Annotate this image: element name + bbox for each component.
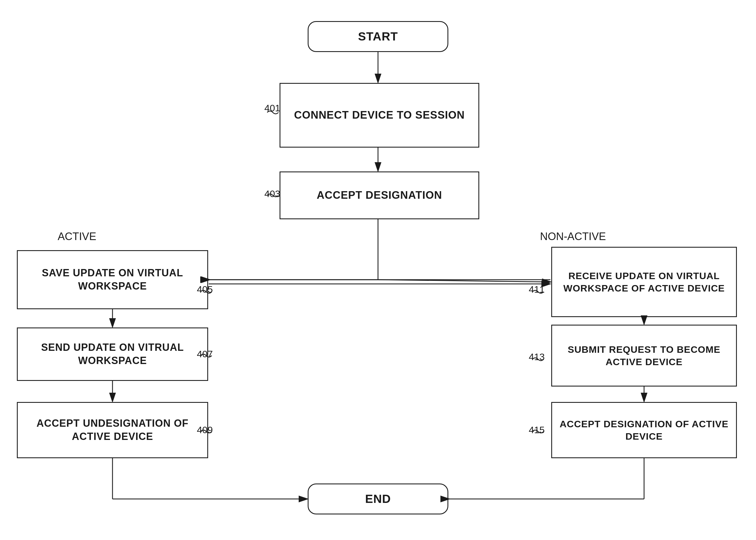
- flowchart-arrows: [0, 0, 756, 540]
- diagram-container: START CONNECT DEVICE TO SESSION ACCEPT D…: [0, 0, 756, 540]
